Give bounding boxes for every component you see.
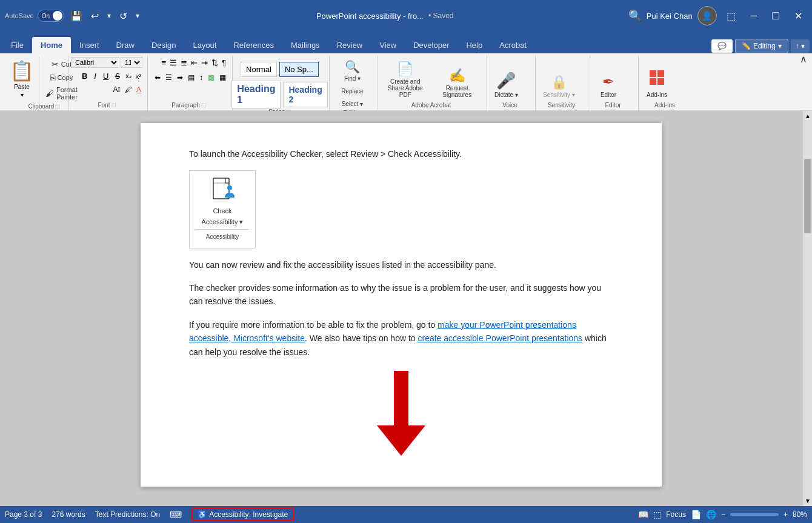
restore-icon[interactable]: ☐	[767, 8, 785, 24]
paragraph-group: ≡ ☰ ≣ ⇤ ⇥ ⇅ ¶ ⬅ ☰ ➡ ▤ ↕ ▩ ▦ Paragraph ⬚	[148, 56, 233, 110]
style-heading2[interactable]: Heading 2	[283, 82, 327, 107]
svg-point-6	[227, 185, 232, 190]
tab-developer[interactable]: Developer	[405, 37, 458, 53]
align-right-button[interactable]: ➡	[176, 72, 184, 83]
replace-button[interactable]: Replace	[338, 85, 367, 97]
tab-file[interactable]: File	[2, 37, 32, 53]
collapse-ribbon-button[interactable]: ∧	[800, 53, 807, 65]
tab-mailings[interactable]: Mailings	[282, 37, 328, 53]
print-layout-icon[interactable]: 📄	[691, 510, 701, 519]
style-heading1[interactable]: Heading 1	[231, 81, 281, 108]
doc-saved-status[interactable]: • Saved	[428, 12, 454, 20]
bullets-button[interactable]: ≡	[160, 57, 167, 68]
tab-insert[interactable]: Insert	[71, 37, 108, 53]
tab-layout[interactable]: Layout	[184, 37, 225, 53]
quick-access-more-icon[interactable]: ▾	[133, 9, 142, 22]
red-arrow-svg	[377, 371, 425, 456]
text-effects-button[interactable]: A⃣	[112, 84, 122, 95]
request-signatures-button[interactable]: ✍ Request Signatures	[433, 64, 482, 102]
dictate-button[interactable]: 🎤 Dictate ▾	[490, 68, 523, 102]
search-icon[interactable]: 🔍	[628, 9, 642, 22]
sort-button[interactable]: ⇅	[210, 57, 219, 68]
style-normal[interactable]: Normal	[241, 62, 277, 77]
right-scrollbar[interactable]: ▲ ▼	[802, 111, 812, 506]
justify-button[interactable]: ▤	[187, 72, 196, 83]
superscript-button[interactable]: x²	[135, 72, 142, 81]
tab-references[interactable]: References	[225, 37, 282, 53]
editing-mode-button[interactable]: ✏️ Editing ▾	[735, 39, 788, 53]
share-button[interactable]: ↑ ▾	[791, 39, 810, 53]
editor-button[interactable]: ✒ Editor	[593, 70, 624, 102]
paragraph-expand-icon[interactable]: ⬚	[201, 102, 206, 108]
scroll-track[interactable]	[803, 121, 812, 496]
share-icon: ↑	[796, 42, 799, 50]
format-painter-icon: 🖌	[45, 88, 54, 98]
minimize-icon[interactable]: ─	[745, 8, 762, 24]
font-expand-icon[interactable]: ⬚	[111, 102, 116, 108]
close-icon[interactable]: ✕	[790, 8, 807, 24]
tab-home[interactable]: Home	[32, 37, 71, 53]
ribbon-display-options-icon[interactable]: ⬚	[722, 8, 740, 24]
subscript-button[interactable]: x₂	[124, 71, 133, 81]
addins-label: Add-ins	[647, 92, 667, 98]
select-label: Select ▾	[342, 101, 364, 107]
autosave-toggle[interactable]: On	[38, 10, 64, 22]
italic-button[interactable]: I	[92, 70, 99, 82]
shading-button[interactable]: ▩	[207, 72, 216, 83]
align-left-button[interactable]: ⬅	[153, 72, 162, 83]
zoom-slider[interactable]	[730, 513, 779, 516]
paste-dropdown[interactable]: ▾	[21, 92, 24, 98]
create-share-button[interactable]: 📄 Create and Share Adobe PDF	[381, 58, 430, 102]
tab-view[interactable]: View	[371, 37, 405, 53]
paste-button[interactable]: 📋 Paste ▾	[5, 57, 39, 103]
sensitivity-button[interactable]: 🔒 Sensitivity ▾	[538, 71, 580, 102]
redo-icon[interactable]: ↺	[117, 8, 130, 24]
link2[interactable]: create accessible PowerPoint presentatio…	[418, 333, 582, 343]
font-family-select[interactable]: Calibri	[71, 57, 119, 68]
font-color-button[interactable]: A	[135, 84, 142, 95]
strikethrough-button[interactable]: S̶	[113, 70, 122, 82]
addins-button[interactable]: Add-ins	[641, 65, 673, 102]
accessibility-investigate-button[interactable]: ♿ Accessibility: Investigate	[191, 508, 294, 521]
text-highlight-button[interactable]: 🖊	[124, 84, 133, 95]
font-size-select[interactable]: 11	[121, 57, 142, 68]
borders-button[interactable]: ▦	[218, 72, 227, 83]
show-formatting-button[interactable]: ¶	[221, 57, 227, 68]
tab-design[interactable]: Design	[143, 37, 184, 53]
tab-help[interactable]: Help	[458, 37, 491, 53]
scroll-thumb[interactable]	[804, 159, 811, 234]
zoom-in-icon[interactable]: +	[784, 510, 788, 519]
user-avatar[interactable]: 👤	[697, 6, 717, 25]
undo-icon[interactable]: ↩	[88, 8, 101, 24]
text-predictions-icon[interactable]: ⌨	[170, 510, 182, 519]
check-accessibility-button[interactable]: CheckAccessibility ▾ Accessibility	[189, 170, 256, 248]
web-layout-icon[interactable]: 🌐	[706, 510, 716, 519]
bold-button[interactable]: B	[79, 70, 90, 82]
save-icon[interactable]: 💾	[68, 8, 85, 24]
style-no-spacing[interactable]: No Sp...	[279, 62, 319, 77]
select-button[interactable]: Select ▾	[338, 98, 367, 110]
line-spacing-button[interactable]: ↕	[198, 72, 204, 83]
increase-indent-button[interactable]: ⇥	[200, 57, 209, 68]
tab-draw[interactable]: Draw	[108, 37, 143, 53]
focus-button[interactable]: Focus	[666, 510, 686, 519]
focus-icon[interactable]: ⬚	[653, 510, 661, 519]
tab-review[interactable]: Review	[328, 37, 371, 53]
underline-button[interactable]: U	[101, 70, 111, 82]
scroll-up-arrow[interactable]: ▲	[803, 111, 812, 121]
decrease-indent-button[interactable]: ⇤	[190, 57, 199, 68]
find-button[interactable]: 🔍 Find ▾	[339, 57, 366, 84]
zoom-out-icon[interactable]: −	[721, 510, 725, 519]
multilevel-list-button[interactable]: ≣	[179, 57, 188, 68]
comment-button[interactable]: 💬	[711, 39, 733, 53]
scroll-down-arrow[interactable]: ▼	[803, 496, 812, 506]
undo-dropdown-icon[interactable]: ▾	[105, 9, 113, 22]
para3: If you require more information to be ab…	[189, 318, 613, 359]
align-center-button[interactable]: ☰	[164, 72, 173, 83]
clipboard-expand-icon[interactable]: ⬚	[55, 104, 60, 109]
reading-mode-icon[interactable]: 📖	[638, 510, 648, 519]
numbering-button[interactable]: ☰	[168, 57, 178, 68]
find-label: Find ▾	[344, 75, 361, 82]
tab-acrobat[interactable]: Acrobat	[491, 37, 535, 53]
para3-mid: . We also have tips on how to	[305, 333, 418, 343]
